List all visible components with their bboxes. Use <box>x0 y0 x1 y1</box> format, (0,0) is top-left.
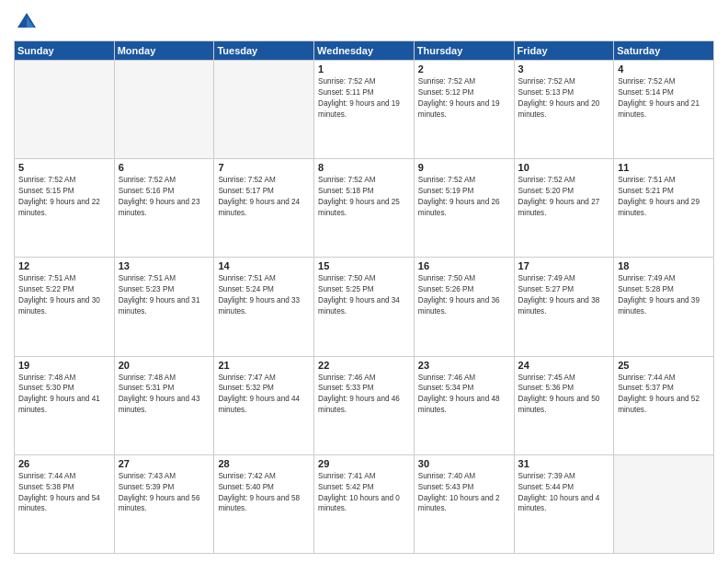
day-number: 26 <box>18 458 110 469</box>
day-number: 27 <box>119 458 210 469</box>
calendar-cell: 4Sunrise: 7:52 AMSunset: 5:14 PMDaylight… <box>614 61 714 159</box>
calendar-cell: 18Sunrise: 7:49 AMSunset: 5:28 PMDayligh… <box>614 258 714 356</box>
day-number: 19 <box>18 360 110 371</box>
calendar-cell: 7Sunrise: 7:52 AMSunset: 5:17 PMDaylight… <box>214 159 314 258</box>
calendar-header-row: SundayMondayTuesdayWednesdayThursdayFrid… <box>15 41 714 61</box>
day-info: Sunrise: 7:52 AMSunset: 5:18 PMDaylight:… <box>318 175 410 219</box>
day-number: 1 <box>318 63 410 75</box>
day-number: 5 <box>18 162 110 173</box>
day-info: Sunrise: 7:52 AMSunset: 5:13 PMDaylight:… <box>518 76 610 121</box>
day-number: 15 <box>318 260 410 271</box>
calendar-cell: 14Sunrise: 7:51 AMSunset: 5:24 PMDayligh… <box>214 258 314 356</box>
calendar-cell <box>114 61 214 159</box>
day-info: Sunrise: 7:49 AMSunset: 5:28 PMDaylight:… <box>618 273 710 317</box>
page: SundayMondayTuesdayWednesdayThursdayFrid… <box>0 0 728 563</box>
day-info: Sunrise: 7:41 AMSunset: 5:42 PMDaylight:… <box>318 471 410 515</box>
day-number: 8 <box>318 162 410 173</box>
day-info: Sunrise: 7:48 AMSunset: 5:31 PMDaylight:… <box>119 373 210 417</box>
day-info: Sunrise: 7:44 AMSunset: 5:37 PMDaylight:… <box>618 373 710 417</box>
calendar-table: SundayMondayTuesdayWednesdayThursdayFrid… <box>14 40 714 554</box>
day-info: Sunrise: 7:45 AMSunset: 5:36 PMDaylight:… <box>518 373 610 417</box>
day-header-wednesday: Wednesday <box>314 41 415 61</box>
calendar-week-4: 19Sunrise: 7:48 AMSunset: 5:30 PMDayligh… <box>15 356 714 454</box>
calendar-week-5: 26Sunrise: 7:44 AMSunset: 5:38 PMDayligh… <box>15 454 714 553</box>
calendar-cell: 10Sunrise: 7:52 AMSunset: 5:20 PMDayligh… <box>514 159 614 258</box>
day-header-monday: Monday <box>114 41 214 61</box>
calendar-cell: 9Sunrise: 7:52 AMSunset: 5:19 PMDaylight… <box>414 159 514 258</box>
day-info: Sunrise: 7:44 AMSunset: 5:38 PMDaylight:… <box>18 471 110 515</box>
day-info: Sunrise: 7:50 AMSunset: 5:25 PMDaylight:… <box>318 273 410 317</box>
day-info: Sunrise: 7:52 AMSunset: 5:16 PMDaylight:… <box>119 175 210 219</box>
calendar-cell: 26Sunrise: 7:44 AMSunset: 5:38 PMDayligh… <box>15 454 115 553</box>
day-info: Sunrise: 7:52 AMSunset: 5:14 PMDaylight:… <box>618 76 710 121</box>
day-number: 30 <box>418 458 510 469</box>
day-number: 17 <box>518 260 610 271</box>
day-header-friday: Friday <box>514 41 614 61</box>
calendar-cell: 24Sunrise: 7:45 AMSunset: 5:36 PMDayligh… <box>514 356 614 454</box>
calendar-cell: 11Sunrise: 7:51 AMSunset: 5:21 PMDayligh… <box>614 159 714 258</box>
day-info: Sunrise: 7:50 AMSunset: 5:26 PMDaylight:… <box>418 273 510 317</box>
day-info: Sunrise: 7:51 AMSunset: 5:23 PMDaylight:… <box>119 273 210 317</box>
day-info: Sunrise: 7:52 AMSunset: 5:12 PMDaylight:… <box>418 76 510 121</box>
day-info: Sunrise: 7:39 AMSunset: 5:44 PMDaylight:… <box>518 471 610 515</box>
day-number: 11 <box>618 162 710 173</box>
day-number: 4 <box>618 63 710 75</box>
day-number: 24 <box>518 360 610 371</box>
calendar-cell: 30Sunrise: 7:40 AMSunset: 5:43 PMDayligh… <box>414 454 514 553</box>
calendar-cell: 12Sunrise: 7:51 AMSunset: 5:22 PMDayligh… <box>15 258 115 356</box>
calendar-cell: 19Sunrise: 7:48 AMSunset: 5:30 PMDayligh… <box>15 356 115 454</box>
calendar-cell: 3Sunrise: 7:52 AMSunset: 5:13 PMDaylight… <box>514 61 614 159</box>
day-info: Sunrise: 7:52 AMSunset: 5:11 PMDaylight:… <box>318 76 410 121</box>
calendar-week-1: 1Sunrise: 7:52 AMSunset: 5:11 PMDaylight… <box>15 61 714 159</box>
day-info: Sunrise: 7:47 AMSunset: 5:32 PMDaylight:… <box>218 373 310 417</box>
day-number: 12 <box>18 260 110 271</box>
calendar-cell: 31Sunrise: 7:39 AMSunset: 5:44 PMDayligh… <box>514 454 614 553</box>
day-number: 13 <box>119 260 210 271</box>
calendar-cell: 22Sunrise: 7:46 AMSunset: 5:33 PMDayligh… <box>314 356 415 454</box>
calendar-cell <box>214 61 314 159</box>
day-number: 6 <box>119 162 210 173</box>
day-info: Sunrise: 7:52 AMSunset: 5:15 PMDaylight:… <box>18 175 110 219</box>
day-header-sunday: Sunday <box>15 41 115 61</box>
calendar-cell: 23Sunrise: 7:46 AMSunset: 5:34 PMDayligh… <box>414 356 514 454</box>
calendar-cell <box>15 61 115 159</box>
day-info: Sunrise: 7:43 AMSunset: 5:39 PMDaylight:… <box>119 471 210 515</box>
day-info: Sunrise: 7:49 AMSunset: 5:27 PMDaylight:… <box>518 273 610 317</box>
day-number: 2 <box>418 63 510 75</box>
day-number: 9 <box>418 162 510 173</box>
day-info: Sunrise: 7:51 AMSunset: 5:22 PMDaylight:… <box>18 273 110 317</box>
day-info: Sunrise: 7:52 AMSunset: 5:17 PMDaylight:… <box>218 175 310 219</box>
day-number: 23 <box>418 360 510 371</box>
calendar-cell: 5Sunrise: 7:52 AMSunset: 5:15 PMDaylight… <box>15 159 115 258</box>
calendar-cell: 15Sunrise: 7:50 AMSunset: 5:25 PMDayligh… <box>314 258 415 356</box>
calendar-week-3: 12Sunrise: 7:51 AMSunset: 5:22 PMDayligh… <box>15 258 714 356</box>
calendar-cell: 28Sunrise: 7:42 AMSunset: 5:40 PMDayligh… <box>214 454 314 553</box>
calendar-week-2: 5Sunrise: 7:52 AMSunset: 5:15 PMDaylight… <box>15 159 714 258</box>
day-number: 16 <box>418 260 510 271</box>
calendar-cell: 1Sunrise: 7:52 AMSunset: 5:11 PMDaylight… <box>314 61 415 159</box>
calendar-cell: 13Sunrise: 7:51 AMSunset: 5:23 PMDayligh… <box>114 258 214 356</box>
day-number: 20 <box>119 360 210 371</box>
header <box>14 9 714 35</box>
day-info: Sunrise: 7:46 AMSunset: 5:33 PMDaylight:… <box>318 373 410 417</box>
calendar-cell: 20Sunrise: 7:48 AMSunset: 5:31 PMDayligh… <box>114 356 214 454</box>
logo-icon <box>14 9 40 35</box>
calendar-cell: 2Sunrise: 7:52 AMSunset: 5:12 PMDaylight… <box>414 61 514 159</box>
calendar-cell: 17Sunrise: 7:49 AMSunset: 5:27 PMDayligh… <box>514 258 614 356</box>
day-number: 29 <box>318 458 410 469</box>
day-number: 3 <box>518 63 610 75</box>
calendar-cell: 27Sunrise: 7:43 AMSunset: 5:39 PMDayligh… <box>114 454 214 553</box>
day-info: Sunrise: 7:46 AMSunset: 5:34 PMDaylight:… <box>418 373 510 417</box>
day-number: 7 <box>218 162 310 173</box>
day-info: Sunrise: 7:52 AMSunset: 5:19 PMDaylight:… <box>418 175 510 219</box>
day-info: Sunrise: 7:42 AMSunset: 5:40 PMDaylight:… <box>218 471 310 515</box>
day-header-tuesday: Tuesday <box>214 41 314 61</box>
calendar-cell: 21Sunrise: 7:47 AMSunset: 5:32 PMDayligh… <box>214 356 314 454</box>
logo <box>14 9 43 35</box>
day-number: 22 <box>318 360 410 371</box>
day-number: 31 <box>518 458 610 469</box>
day-info: Sunrise: 7:52 AMSunset: 5:20 PMDaylight:… <box>518 175 610 219</box>
day-number: 14 <box>218 260 310 271</box>
day-header-saturday: Saturday <box>614 41 714 61</box>
day-number: 10 <box>518 162 610 173</box>
